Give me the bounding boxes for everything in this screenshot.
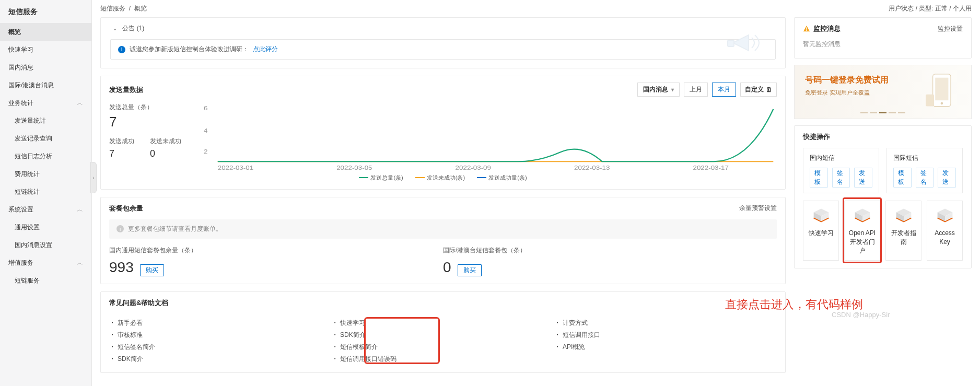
stat-succ-label: 发送成功	[109, 137, 134, 146]
carousel-dots[interactable]	[795, 109, 971, 114]
faq-link[interactable]: API概览	[554, 341, 777, 353]
pkg-intl-value: 0	[443, 259, 451, 276]
svg-rect-13	[935, 78, 948, 100]
svg-text:2022-03-09: 2022-03-09	[456, 164, 491, 171]
svg-text:6: 6	[204, 105, 207, 112]
svg-text:4: 4	[204, 127, 207, 134]
tag-template[interactable]: 模板	[810, 168, 828, 188]
tag-send[interactable]: 发送	[854, 168, 872, 188]
custom-range-button[interactable]: 自定义 🗓︎	[740, 83, 777, 97]
card-title: 发送量数据	[109, 85, 143, 95]
announcement-link[interactable]: 点此评分	[253, 45, 278, 54]
faq-link[interactable]: 短信调用接口错误码	[332, 353, 554, 365]
pkg-intl-label: 国际/港澳台短信套餐包（条）	[443, 246, 777, 255]
pkg-dom-label: 国内通用短信套餐包余量（条）	[109, 246, 443, 255]
faq-link[interactable]: SDK简介	[332, 329, 554, 341]
breadcrumb-root[interactable]: 短信服务	[100, 5, 125, 12]
sidebar-sub-general[interactable]: 通用设置	[0, 218, 91, 236]
faq-link[interactable]: 计费方式	[554, 317, 777, 329]
card-title: 常见问题&帮助文档	[109, 298, 168, 308]
buy-intl-button[interactable]: 购买	[458, 264, 482, 276]
stat-total-label: 发送总量（条）	[109, 103, 195, 112]
faq-link[interactable]: 短信模板简介	[332, 341, 554, 353]
sidebar-item-domestic[interactable]: 国内消息	[0, 59, 91, 76]
svg-point-14	[941, 102, 943, 105]
legend-swatch-total	[359, 177, 368, 178]
chevron-up-icon: ︿	[77, 259, 83, 267]
sidebar-item-overview[interactable]: 概览	[0, 23, 91, 41]
faq-link[interactable]: 新手必看	[109, 317, 332, 329]
quota-alert-link[interactable]: 余量预警设置	[739, 204, 777, 213]
phone-icon	[919, 71, 966, 112]
chevron-up-icon: ︿	[77, 205, 83, 214]
quick-dom-box: 国内短信 模板 签名 发送	[803, 148, 879, 193]
user-status: 用户状态 / 类型: 正常 / 个人用	[889, 4, 972, 13]
monitor-card: 监控消息 监控设置 暂无监控消息	[794, 17, 972, 59]
warning-icon	[803, 25, 810, 32]
svg-rect-11	[806, 30, 807, 31]
package-card: 套餐包余量 余量预警设置 i 更多套餐包细节请查看月度账单。 国内通用短信套餐包…	[100, 197, 786, 284]
region-select[interactable]: 国内消息 ▾	[637, 83, 680, 97]
stat-fail-label: 发送未成功	[150, 137, 181, 146]
faq-link[interactable]: 短信调用接口	[554, 329, 777, 341]
faq-link[interactable]: 短信签名简介	[109, 341, 332, 353]
sidebar-sub-send-log[interactable]: 发送记录查询	[0, 130, 91, 147]
announcement-title: 公告 (1)	[122, 25, 144, 32]
sidebar-item-quickstart[interactable]: 快速学习	[0, 41, 91, 59]
svg-rect-15	[926, 95, 934, 107]
pkg-dom-value: 993	[109, 259, 134, 276]
svg-text:2022-03-05: 2022-03-05	[336, 164, 372, 171]
buy-dom-button[interactable]: 购买	[140, 264, 164, 276]
card-title: 监控消息	[813, 24, 841, 33]
sidebar-title: 短信服务	[0, 0, 91, 23]
faq-card: 常见问题&帮助文档 新手必看 审核标准 短信签名简介 SDK简介 快速学习	[100, 291, 786, 373]
sidebar-sub-cost[interactable]: 费用统计	[0, 165, 91, 183]
package-notice: i 更多套餐包细节请查看月度账单。	[109, 219, 777, 239]
topbar: 短信服务 / 概览 用户状态 / 类型: 正常 / 个人用	[92, 0, 980, 17]
promo-banner[interactable]: 号码一键登录免费试用 免密登录 实现用户全覆盖	[794, 65, 972, 119]
stat-total-value: 7	[109, 115, 195, 128]
faq-link[interactable]: 审核标准	[109, 329, 332, 341]
tag-signature[interactable]: 签名	[832, 168, 850, 188]
announcement-item: i 诚邀您参加新版短信控制台体验改进调研： 点此评分	[110, 39, 776, 60]
quick-actions-card: 快捷操作 国内短信 模板 签名 发送	[794, 125, 972, 268]
svg-text:2022-03-17: 2022-03-17	[693, 164, 728, 171]
card-title: 快捷操作	[803, 132, 830, 142]
chart-legend: 发送总量(条) 发送未成功(条) 发送成功量(条)	[109, 173, 777, 182]
cube-icon	[853, 207, 872, 223]
prev-month-button[interactable]: 上月	[684, 83, 708, 97]
tag-signature[interactable]: 签名	[916, 168, 934, 188]
faq-link[interactable]: 快速学习	[332, 317, 554, 329]
quick-btn-learn[interactable]: 快速学习	[803, 201, 839, 261]
announcement-toggle[interactable]: ⌄ 公告 (1)	[101, 18, 785, 39]
svg-rect-10	[806, 27, 807, 29]
sidebar-sub-send-stats[interactable]: 发送量统计	[0, 112, 91, 130]
sidebar-item-intl[interactable]: 国际/港澳台消息	[0, 76, 91, 94]
sidebar-item-stats[interactable]: 业务统计︿	[0, 94, 91, 112]
chevron-up-icon: ︿	[77, 99, 83, 108]
monitor-settings-link[interactable]: 监控设置	[938, 25, 963, 33]
sidebar: 短信服务 概览 快速学习 国内消息 国际/港澳台消息 业务统计︿ 发送量统计 发…	[0, 0, 92, 386]
quick-btn-devguide[interactable]: 开发者指南	[885, 201, 921, 261]
calendar-icon: 🗓︎	[766, 86, 772, 93]
tag-template[interactable]: 模板	[893, 168, 912, 188]
sidebar-sub-dom-setting[interactable]: 国内消息设置	[0, 236, 91, 254]
sidebar-item-vas[interactable]: 增值服务︿	[0, 254, 91, 272]
watermark: CSDN @Happy-Sir	[832, 311, 890, 319]
svg-text:2022-03-13: 2022-03-13	[574, 164, 610, 171]
data-controls: 国内消息 ▾ 上月 本月 自定义 🗓︎	[637, 83, 777, 97]
breadcrumb-current: 概览	[134, 5, 147, 12]
sidebar-sub-shortlink[interactable]: 短链服务	[0, 272, 91, 289]
cur-month-button[interactable]: 本月	[712, 83, 736, 97]
tag-send[interactable]: 发送	[938, 168, 956, 188]
chevron-down-icon: ⌄	[112, 25, 118, 32]
cube-icon	[936, 207, 954, 223]
sidebar-item-settings[interactable]: 系统设置︿	[0, 201, 91, 218]
info-icon: i	[116, 225, 124, 232]
faq-link[interactable]: SDK简介	[109, 353, 332, 365]
sidebar-sub-sms-log[interactable]: 短信日志分析	[0, 147, 91, 165]
sidebar-sub-shortlink-stats[interactable]: 短链统计	[0, 183, 91, 201]
quick-btn-accesskey[interactable]: Access Key	[927, 201, 963, 261]
quick-btn-openapi[interactable]: Open API开发者门户	[844, 201, 880, 261]
stat-fail-value: 0	[150, 149, 181, 158]
